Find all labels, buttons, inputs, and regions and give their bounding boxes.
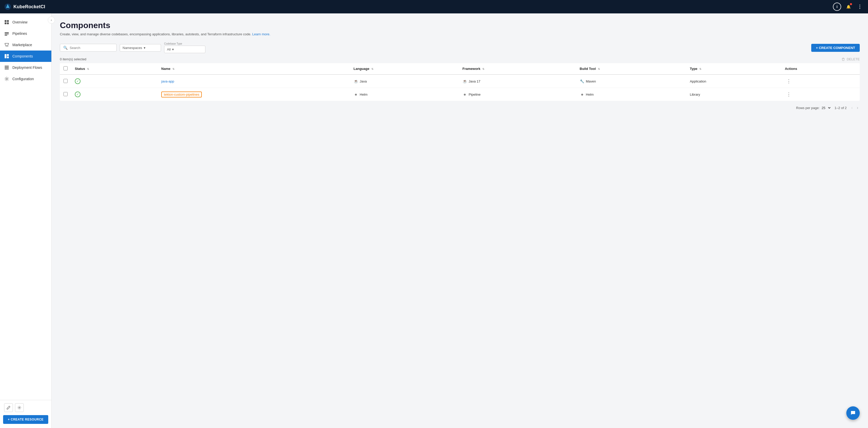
sidebar-deployment-flows-label: Deployment Flows bbox=[12, 65, 42, 70]
rows-per-page-select[interactable]: 25 50 100 bbox=[820, 106, 831, 110]
app-name: KubeRocketCI bbox=[13, 4, 45, 9]
row-checkbox[interactable] bbox=[63, 79, 68, 83]
row-language-cell: ☕ Java bbox=[350, 74, 459, 88]
row-language-cell: ⎈ Helm bbox=[350, 88, 459, 101]
chat-fab-button[interactable] bbox=[846, 406, 860, 420]
select-all-checkbox[interactable] bbox=[63, 66, 68, 70]
table-header-actions: Actions bbox=[781, 63, 860, 74]
table-header-framework: Framework ⇅ bbox=[459, 63, 576, 74]
sidebar-bottom bbox=[0, 400, 51, 415]
codebase-type-group: Codebase Type All ▾ bbox=[164, 42, 206, 53]
sidebar-collapse-button[interactable]: ‹ bbox=[48, 17, 55, 24]
table-header-type: Type ⇅ bbox=[686, 63, 781, 74]
app-logo: KubeRocketCI bbox=[4, 3, 833, 10]
framework-value: Pipeline bbox=[469, 93, 480, 96]
table-row: ✓ java-app ☕ Java ☕ Java 17 🔧 Maven Appl… bbox=[60, 74, 860, 88]
svg-rect-13 bbox=[7, 57, 9, 58]
name-sort-icon: ⇅ bbox=[173, 68, 175, 70]
pagination-prev-button[interactable]: ‹ bbox=[850, 105, 854, 110]
sidebar-item-marketplace[interactable]: Marketplace bbox=[0, 39, 51, 51]
overview-icon bbox=[4, 20, 9, 25]
row-name-cell: java-app bbox=[158, 74, 350, 88]
settings-icon-btn[interactable] bbox=[15, 403, 24, 412]
row-checkbox[interactable] bbox=[63, 92, 68, 96]
svg-rect-8 bbox=[5, 35, 7, 36]
svg-rect-6 bbox=[5, 32, 9, 33]
pagination-range: 1–2 of 2 bbox=[834, 106, 846, 110]
row-checkbox-cell bbox=[60, 88, 71, 101]
create-resource-button[interactable]: + CREATE RESOURCE bbox=[3, 415, 48, 424]
svg-rect-5 bbox=[7, 23, 9, 24]
build-tool-value: Helm bbox=[586, 93, 594, 96]
selected-count: 0 item(s) selected bbox=[60, 57, 87, 61]
delete-button[interactable]: DELETE bbox=[841, 57, 860, 61]
svg-point-1 bbox=[7, 6, 8, 8]
svg-rect-14 bbox=[5, 66, 9, 67]
row-actions-button[interactable]: ⋮ bbox=[785, 78, 793, 85]
row-checkbox-cell bbox=[60, 74, 71, 88]
sidebar-overview-label: Overview bbox=[12, 20, 27, 24]
row-type-cell: Library bbox=[686, 88, 781, 101]
namespaces-select[interactable]: Namespaces ▾ bbox=[120, 44, 161, 52]
topnav-actions: i 🔔 ⋮ bbox=[833, 3, 864, 11]
table-header-checkbox bbox=[60, 63, 71, 74]
notification-button[interactable]: 🔔 bbox=[844, 3, 852, 11]
sidebar-item-pipelines[interactable]: Pipelines bbox=[0, 28, 51, 39]
framework-value: Java 17 bbox=[469, 79, 480, 83]
page-title: Components bbox=[60, 21, 860, 30]
sidebar-item-overview[interactable]: Overview bbox=[0, 17, 51, 28]
language-value: Helm bbox=[360, 93, 367, 96]
top-navigation: KubeRocketCI i 🔔 ⋮ bbox=[0, 0, 868, 13]
status-ok-icon: ✓ bbox=[75, 92, 81, 97]
row-actions-cell: ⋮ bbox=[781, 74, 860, 88]
component-name-link[interactable]: tekton-custom-pipelines bbox=[161, 92, 202, 97]
sidebar-item-configuration[interactable]: Configuration bbox=[0, 73, 51, 85]
row-status-cell: ✓ bbox=[71, 88, 158, 101]
table-header-name: Name ⇅ bbox=[158, 63, 350, 74]
codebase-type-select[interactable]: All ▾ bbox=[164, 46, 206, 53]
svg-point-18 bbox=[19, 407, 20, 408]
pagination: Rows per page: 25 50 100 1–2 of 2 ‹ › bbox=[60, 105, 860, 110]
sidebar-pipelines-label: Pipelines bbox=[12, 31, 27, 36]
type-value: Application bbox=[690, 79, 706, 83]
table-row: ✓ tekton-custom-pipelines ⎈ Helm ⎈ Pipel… bbox=[60, 88, 860, 101]
component-name-link[interactable]: java-app bbox=[161, 79, 174, 83]
info-button[interactable]: i bbox=[833, 3, 841, 11]
svg-rect-16 bbox=[5, 69, 9, 69]
learn-more-link[interactable]: Learn more. bbox=[252, 32, 271, 36]
build-tool-icon: ⎈ bbox=[580, 92, 584, 97]
svg-point-17 bbox=[6, 78, 7, 80]
language-icon: ☕ bbox=[353, 79, 358, 84]
namespaces-chevron-icon: ▾ bbox=[144, 46, 146, 50]
components-icon bbox=[4, 54, 9, 59]
row-actions-button[interactable]: ⋮ bbox=[785, 91, 793, 98]
deployment-flows-icon bbox=[4, 65, 9, 70]
svg-rect-4 bbox=[5, 23, 6, 24]
row-status-cell: ✓ bbox=[71, 74, 158, 88]
build-tool-icon: 🔧 bbox=[580, 79, 584, 84]
type-sort-icon: ⇅ bbox=[699, 68, 701, 70]
pagination-next-button[interactable]: › bbox=[855, 105, 860, 110]
sidebar-components-label: Components bbox=[12, 54, 33, 58]
menu-button[interactable]: ⋮ bbox=[856, 3, 864, 11]
status-ok-icon: ✓ bbox=[75, 78, 81, 84]
components-table: Status ⇅ Name ⇅ Language ⇅ Framework ⇅ bbox=[60, 63, 860, 101]
type-value: Library bbox=[690, 93, 700, 96]
svg-rect-7 bbox=[5, 34, 9, 34]
page-description: Create, view, and manage diverse codebas… bbox=[60, 32, 860, 36]
svg-rect-2 bbox=[5, 20, 6, 22]
row-framework-cell: ☕ Java 17 bbox=[459, 74, 576, 88]
search-icon: 🔍 bbox=[63, 46, 68, 50]
status-sort-icon: ⇅ bbox=[87, 68, 89, 70]
table-header-language: Language ⇅ bbox=[350, 63, 459, 74]
table-header-build-tool: Build Tool ⇅ bbox=[576, 63, 686, 74]
row-build-tool-cell: ⎈ Helm bbox=[576, 88, 686, 101]
svg-point-10 bbox=[7, 46, 8, 47]
search-input[interactable] bbox=[70, 46, 113, 50]
framework-icon: ⎈ bbox=[462, 92, 467, 97]
sidebar-item-components[interactable]: Components bbox=[0, 51, 51, 62]
sidebar-item-deployment-flows[interactable]: Deployment Flows bbox=[0, 62, 51, 73]
create-component-button[interactable]: + CREATE COMPONENT bbox=[811, 44, 860, 52]
edit-icon-btn[interactable] bbox=[4, 403, 13, 412]
framework-icon: ☕ bbox=[462, 79, 467, 84]
